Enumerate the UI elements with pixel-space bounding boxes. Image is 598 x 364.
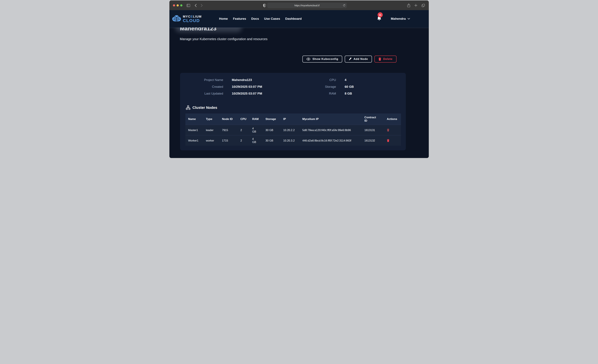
last-updated-value: 10/29/2025 03:07 PM [223,92,277,95]
mycelium-cloud-logo-icon [172,15,181,23]
nodes-table: NameTypeNode IDCPURAMStorageIPMycelium I… [185,114,401,146]
nodes-table-wrap: NameTypeNode IDCPURAMStorageIPMycelium I… [185,114,401,146]
cell-ram: 4 GB [249,125,263,135]
chevron-down-icon [407,18,410,20]
delete-node-button[interactable] [387,139,389,142]
navbar-shadow [169,27,429,29]
brand-text: MYCELIUM CLOUD [183,15,202,23]
cluster-actions: Show Kubeconfig Add Node [180,56,397,63]
table-row: Worker1worker171524 GB30 GB10.20.3.2446:… [185,135,401,146]
share-icon[interactable] [407,3,410,8]
column-header-cpu: CPU [238,114,249,125]
nav-link-docs[interactable]: Docs [251,17,259,21]
created-label: Created [180,85,223,89]
nav-links: Home Features Docs Use Cases Dashboard [219,17,302,21]
column-header-type: Type [203,114,219,125]
cluster-nodes-heading: Cluster Nodes [186,105,406,110]
page-subtitle: Manage your Kubernetes cluster configura… [180,37,405,41]
cell-contract-id: 1613131 [362,125,384,135]
cell-contract-id: 1613132 [362,135,384,146]
cell-name: Master1 [185,125,203,135]
new-tab-icon[interactable] [414,3,417,8]
show-kubeconfig-button[interactable]: Show Kubeconfig [302,56,342,63]
address-bar[interactable]: https://myceliumcloud.tf [267,3,347,8]
notifications-button[interactable]: 11 [377,16,382,22]
minimize-window-button[interactable] [177,4,179,7]
delete-cluster-button[interactable]: Delete [374,56,397,63]
notification-count-badge: 11 [378,12,383,17]
cell-mycelium-ip: 5d8:78ea:a120:f40c:ff0f:a5fe:99e6:8b96 [299,125,362,135]
cell-storage: 30 GB [263,135,281,146]
sidebar-toggle-icon[interactable] [187,4,190,7]
column-header-actions: Actions [384,114,401,125]
cell-ram: 4 GB [249,135,263,146]
close-window-button[interactable] [173,4,175,7]
column-header-name: Name [185,114,203,125]
column-header-ram: RAM [249,114,263,125]
project-name-label: Project Name [180,78,223,82]
pencil-icon [349,58,351,61]
trash-icon [387,129,389,132]
back-button-icon[interactable] [195,4,197,7]
cpu-label: CPU [277,78,336,82]
user-name: Mahendra [391,17,406,21]
cpu-value: 4 [336,78,406,82]
last-updated-label: Last Updated [180,92,223,95]
cell-storage: 30 GB [263,125,281,135]
trash-icon [378,58,381,61]
column-header-node-id: Node ID [219,114,238,125]
cell-type: leader [203,125,219,135]
column-header-mycelium-ip: Mycelium IP [299,114,362,125]
zoom-window-button[interactable] [180,4,183,7]
page-body: Mahendra123 Manage your Kubernetes clust… [169,27,429,158]
project-name-value: Mahendra123 [223,78,277,82]
cell-node-id: 7915 [219,125,238,135]
cell-actions [384,125,401,135]
cell-actions [384,135,401,146]
brand-logo[interactable]: MYCELIUM CLOUD [172,15,202,23]
cell-ip: 10.20.3.2 [281,135,299,146]
cell-type: worker [203,135,219,146]
column-header-storage: Storage [263,114,281,125]
cell-ip: 10.20.2.2 [281,125,299,135]
cluster-details-panel: Project Name Mahendra123 CPU 4 Created 1… [180,73,406,150]
tab-overview-icon[interactable] [421,3,425,8]
cell-name: Worker1 [185,135,203,146]
nav-link-home[interactable]: Home [219,17,228,21]
browser-toolbar: https://myceliumcloud.tf [169,0,429,10]
created-value: 10/29/2025 03:07 PM [223,85,277,89]
details-grid: Project Name Mahendra123 CPU 4 Created 1… [180,78,406,95]
reload-icon[interactable] [343,4,345,7]
column-header-contract-id: Contract ID [362,114,384,125]
screenshot-canvas: https://myceliumcloud.tf [169,0,429,158]
forward-button-icon[interactable] [201,4,203,7]
delete-node-button[interactable] [387,129,389,132]
eye-icon [306,58,310,61]
site-navbar: MYCELIUM CLOUD Home Features Docs Use Ca… [169,10,429,27]
ram-value: 8 GB [336,92,406,95]
cell-cpu: 2 [238,125,249,135]
cell-mycelium-ip: 446:d2a6:8bcd:8c16:ff0f:72e2:3114:863f [299,135,362,146]
trash-icon [387,139,389,142]
storage-value: 60 GB [336,85,406,89]
storage-label: Storage [277,85,336,89]
nav-link-dashboard[interactable]: Dashboard [285,17,302,21]
user-menu[interactable]: Mahendra [391,17,410,21]
url-text: https://myceliumcloud.tf [294,4,319,7]
nodes-table-head-row: NameTypeNode IDCPURAMStorageIPMycelium I… [185,114,401,125]
network-nodes-icon [186,105,190,110]
window-controls [173,4,183,7]
table-row: Master1leader791524 GB30 GB10.20.2.25d8:… [185,125,401,135]
nav-link-features[interactable]: Features [233,17,246,21]
add-node-button[interactable]: Add Node [345,56,372,63]
column-header-ip: IP [281,114,299,125]
cell-node-id: 1715 [219,135,238,146]
browser-window: https://myceliumcloud.tf [169,0,429,158]
cell-cpu: 2 [238,135,249,146]
privacy-shield-icon[interactable] [263,4,266,7]
nav-link-use-cases[interactable]: Use Cases [264,17,280,21]
ram-label: RAM [277,92,336,95]
